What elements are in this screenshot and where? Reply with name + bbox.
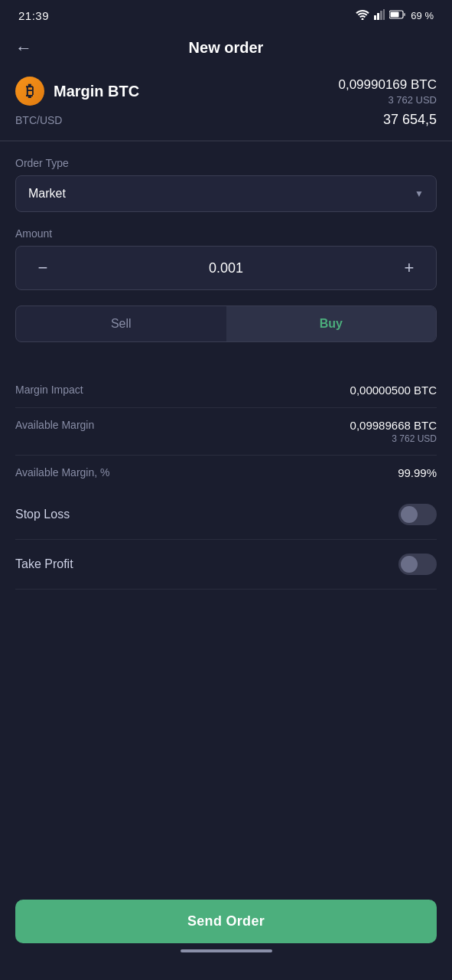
amount-stepper: − 0.001 +: [15, 246, 437, 290]
increment-button[interactable]: +: [382, 247, 436, 289]
order-type-value: Market: [28, 187, 66, 201]
svg-rect-2: [380, 11, 382, 20]
page-title: New order: [189, 39, 264, 57]
pair-label: BTC/USD: [15, 114, 62, 126]
coin-icon: ₿: [15, 77, 44, 106]
svg-rect-6: [391, 12, 399, 18]
bottom-spacer: [0, 590, 452, 681]
available-margin-btc: 0,09989668 BTC: [350, 419, 437, 432]
stop-loss-toggle[interactable]: [398, 504, 437, 525]
decrement-button[interactable]: −: [16, 247, 70, 289]
back-button[interactable]: ←: [15, 38, 32, 58]
amount-label: Amount: [15, 227, 437, 240]
toggles-section: Stop Loss Take Profit: [0, 490, 452, 590]
status-bar: 21:39 69 %: [0, 0, 452, 28]
status-icons: 69 %: [356, 9, 434, 22]
balance-usd: 3 762 USD: [338, 94, 437, 106]
send-order-button[interactable]: Send Order: [15, 900, 437, 943]
take-profit-track: [398, 554, 437, 575]
buy-sell-toggle: Sell Buy: [15, 305, 437, 342]
page-header: ← New order: [0, 28, 452, 69]
sell-button[interactable]: Sell: [16, 306, 226, 341]
available-margin-label: Available Margin: [15, 419, 94, 431]
available-margin-value: 0,09989668 BTC 3 762 USD: [350, 419, 437, 444]
info-section: Margin Impact 0,00000500 BTC Available M…: [0, 373, 452, 490]
margin-impact-label: Margin Impact: [15, 384, 83, 396]
stop-loss-track: [398, 504, 437, 525]
svg-rect-1: [377, 13, 379, 20]
order-type-select[interactable]: Market ▼: [15, 175, 437, 212]
bottom-area: Send Order: [0, 887, 452, 980]
order-type-label: Order Type: [15, 157, 437, 169]
wifi-icon: [356, 9, 369, 22]
stop-loss-thumb: [401, 506, 418, 523]
svg-rect-3: [383, 9, 385, 20]
home-indicator: [15, 949, 437, 952]
coin-name: Margin BTC: [54, 83, 139, 100]
buy-sell-section: Sell Buy: [0, 305, 452, 373]
coin-balance: 0,09990169 BTC 3 762 USD: [338, 77, 437, 106]
available-margin-pct-row: Available Margin, % 99.99%: [15, 456, 437, 490]
available-margin-usd: 3 762 USD: [350, 433, 437, 444]
stop-loss-label: Stop Loss: [15, 508, 70, 521]
stop-loss-row: Stop Loss: [15, 490, 437, 540]
pair-price: 37 654,5: [383, 112, 437, 128]
balance-btc: 0,09990169 BTC: [338, 77, 437, 93]
svg-rect-0: [374, 15, 376, 20]
btc-symbol: ₿: [26, 83, 34, 100]
take-profit-toggle[interactable]: [398, 554, 437, 575]
home-bar: [180, 949, 272, 952]
amount-value: 0.001: [70, 260, 382, 276]
take-profit-row: Take Profit: [15, 540, 437, 590]
coin-info-section: ₿ Margin BTC 0,09990169 BTC 3 762 USD BT…: [0, 69, 452, 141]
available-margin-row: Available Margin 0,09989668 BTC 3 762 US…: [15, 408, 437, 456]
coin-row: ₿ Margin BTC 0,09990169 BTC 3 762 USD: [15, 77, 437, 106]
margin-impact-value: 0,00000500 BTC: [350, 384, 437, 397]
svg-rect-5: [404, 13, 405, 16]
buy-button[interactable]: Buy: [226, 306, 437, 341]
pair-row: BTC/USD 37 654,5: [15, 112, 437, 128]
available-margin-pct-label: Available Margin, %: [15, 466, 109, 479]
battery-percentage: 69 %: [411, 10, 434, 21]
available-margin-pct-value: 99.99%: [398, 466, 437, 479]
status-time: 21:39: [18, 9, 49, 22]
coin-name-group: ₿ Margin BTC: [15, 77, 139, 106]
chevron-down-icon: ▼: [415, 188, 424, 199]
take-profit-label: Take Profit: [15, 557, 73, 571]
available-margin-pct: 99.99%: [398, 466, 437, 479]
battery-icon: [389, 10, 406, 21]
signal-icon: [374, 9, 385, 22]
take-profit-thumb: [401, 556, 418, 573]
margin-impact-row: Margin Impact 0,00000500 BTC: [15, 373, 437, 408]
form-section: Order Type Market ▼ Amount − 0.001 +: [0, 142, 452, 290]
margin-impact-btc: 0,00000500 BTC: [350, 384, 437, 397]
